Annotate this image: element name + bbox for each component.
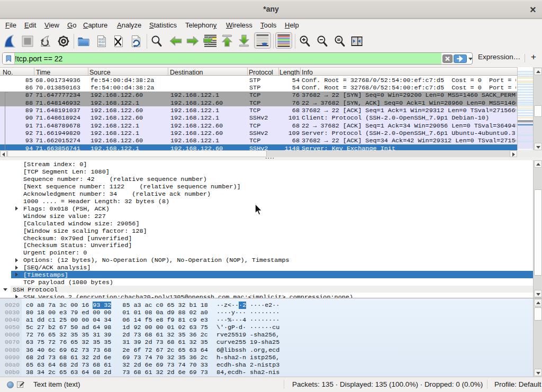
- svg-text:0011: 0011: [98, 44, 105, 47]
